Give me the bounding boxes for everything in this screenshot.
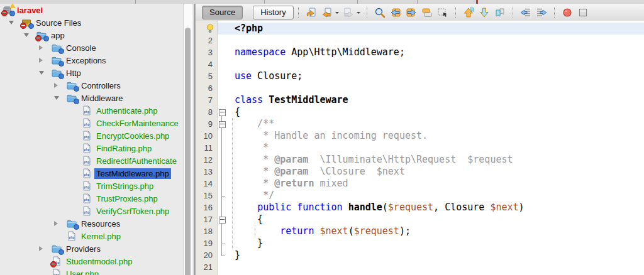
tree-item-providers[interactable]: Providers: [0, 242, 183, 255]
tree-item-resources[interactable]: Resources: [0, 217, 183, 230]
tree-item-controllers[interactable]: Controllers: [0, 79, 183, 92]
tree-item-authenticate-php[interactable]: phpAuthenticate.php: [0, 104, 183, 117]
projects-scrollbar[interactable]: [183, 4, 192, 275]
code-line-3[interactable]: namespace App\Http\Middleware;: [230, 46, 644, 58]
code-line-2[interactable]: [230, 35, 644, 46]
collapse-arrow[interactable]: [6, 21, 21, 24]
next-bookmark-button[interactable]: [477, 6, 492, 19]
expand-arrow[interactable]: [36, 246, 52, 251]
tree-item-studentmodel-php[interactable]: phpStudentmodel.php: [0, 255, 183, 267]
code-line-10[interactable]: * Handle an incoming request.: [230, 130, 644, 142]
find-button[interactable]: [372, 6, 388, 19]
tree-item-label: Console: [64, 43, 98, 53]
history-view-button[interactable]: History: [253, 6, 293, 19]
code-fold-toggle[interactable]: [219, 109, 226, 116]
tree-item-source-files[interactable]: Source Files: [0, 16, 183, 29]
source-view-button[interactable]: Source: [202, 6, 243, 19]
collapse-arrow[interactable]: [21, 33, 36, 37]
tree-item-app[interactable]: app: [0, 29, 183, 41]
line-number: 14: [196, 178, 217, 190]
tree-item-trimstrings-php[interactable]: phpTrimStrings.php: [0, 180, 183, 192]
code-line-19[interactable]: }: [230, 237, 644, 249]
line-number-gutter: 23456789101112131415161718192021: [196, 21, 218, 275]
code-line-12[interactable]: * @param \Illuminate\Http\Request $reque…: [230, 154, 644, 166]
tree-item-findrating-php[interactable]: phpFindRating.php: [0, 142, 183, 154]
collapse-arrow[interactable]: [36, 71, 52, 75]
previous-bookmark-button[interactable]: [461, 6, 477, 19]
code-line-16[interactable]: public function handle($request, Closure…: [230, 202, 644, 213]
shift-line-left-button[interactable]: [518, 6, 534, 19]
code-line-1[interactable]: <?php: [230, 23, 644, 35]
expand-arrow[interactable]: [36, 45, 52, 50]
tree-item-testmiddleware-php[interactable]: phpTestMiddleware.php: [0, 167, 183, 180]
projects-scrollbar-thumb[interactable]: [185, 28, 191, 275]
find-next-button[interactable]: [404, 6, 419, 19]
code-line-14[interactable]: * @return mixed: [230, 178, 644, 190]
dropdown-caret-icon[interactable]: [335, 12, 339, 16]
tree-item-encryptcookies-php[interactable]: phpEncryptCookies.php: [0, 129, 183, 142]
shift-line-right-button[interactable]: [534, 6, 550, 19]
fold-guide-line: [221, 127, 222, 196]
code-line-18[interactable]: return $next($request);: [230, 225, 644, 237]
code-line-7[interactable]: class TestMiddleware: [230, 94, 644, 106]
code-line-20[interactable]: }: [230, 249, 644, 261]
forward-button[interactable]: [341, 6, 357, 19]
tree-item-redirectifauthenticate[interactable]: phpRedirectIfAuthenticate: [0, 154, 183, 167]
php-file-icon: php: [82, 156, 93, 166]
php-file-icon: php: [82, 181, 93, 191]
dropdown-caret-icon[interactable]: [357, 12, 360, 16]
code-fold-toggle[interactable]: [219, 121, 226, 128]
jump-last-edit-button[interactable]: [304, 6, 319, 19]
line-number: 6: [196, 82, 217, 94]
code-area[interactable]: <?phpnamespace App\Http\Middleware;use C…: [230, 21, 644, 275]
toggle-bookmark-button[interactable]: [492, 6, 508, 19]
tree-item-label: CheckForMaintenance: [94, 118, 180, 129]
tree-item-label: Kernel.php: [79, 231, 123, 242]
tree-item-checkformaintenance[interactable]: phpCheckForMaintenance: [0, 117, 183, 129]
code-line-13[interactable]: * @param \Closure $next: [230, 166, 644, 178]
expand-arrow[interactable]: [36, 58, 52, 63]
code-line-11[interactable]: *: [230, 142, 644, 154]
tree-item-kernel-php[interactable]: phpKernel.php: [0, 230, 183, 242]
svg-text:php: php: [84, 123, 90, 126]
fold-end-tick: [221, 256, 225, 256]
stop-macro-button[interactable]: [575, 6, 591, 19]
back-button[interactable]: [319, 6, 335, 19]
code-line-5[interactable]: use Closure;: [230, 70, 644, 82]
collapse-arrow[interactable]: [52, 96, 67, 100]
tree-item-laravel[interactable]: laravel: [0, 4, 183, 16]
tree-item-middleware[interactable]: Middleware: [0, 92, 183, 104]
info-badge: [74, 224, 79, 230]
code-fold-toggle[interactable]: [219, 217, 226, 224]
tree-item-verifycsrftoken-php[interactable]: phpVerifyCsrfToken.php: [0, 205, 183, 217]
find-previous-button[interactable]: [388, 6, 404, 19]
line-number: 17: [196, 213, 217, 225]
folder-icon: [52, 244, 63, 254]
next-bookmark-icon: [479, 7, 490, 18]
expand-arrow[interactable]: [52, 83, 67, 88]
tree-item-http[interactable]: Http: [0, 67, 183, 79]
editor-panel: Source History 2345678910111213141516171…: [196, 4, 644, 275]
code-line-4[interactable]: [230, 58, 644, 70]
tree-item-trustproxies-php[interactable]: phpTrustProxies.php: [0, 192, 183, 205]
php-file-icon: php: [82, 206, 93, 216]
line-number: 16: [196, 202, 217, 213]
code-line-8[interactable]: {: [230, 106, 644, 118]
error-badge: [1, 10, 8, 16]
record-macro-button[interactable]: [560, 6, 575, 19]
expand-arrow[interactable]: [52, 221, 67, 226]
toggle-highlight-search-button[interactable]: [419, 6, 435, 19]
info-badge: [58, 249, 64, 255]
code-line-21[interactable]: [230, 261, 644, 273]
code-editor[interactable]: 23456789101112131415161718192021 <?phpna…: [196, 21, 644, 275]
tree-item-console[interactable]: Console: [0, 41, 183, 54]
code-line-6[interactable]: [230, 82, 644, 94]
code-line-17[interactable]: {: [230, 213, 644, 225]
code-line-9[interactable]: /**: [230, 118, 644, 130]
tree-item-exceptions[interactable]: Exceptions: [0, 54, 183, 67]
tree-item-user-php[interactable]: phpUser.php: [0, 267, 183, 275]
rectangular-selection-button[interactable]: [435, 6, 451, 19]
hint-lightbulb-icon[interactable]: [196, 23, 217, 35]
line-number: 21: [196, 261, 217, 273]
code-line-15[interactable]: */: [230, 190, 644, 202]
